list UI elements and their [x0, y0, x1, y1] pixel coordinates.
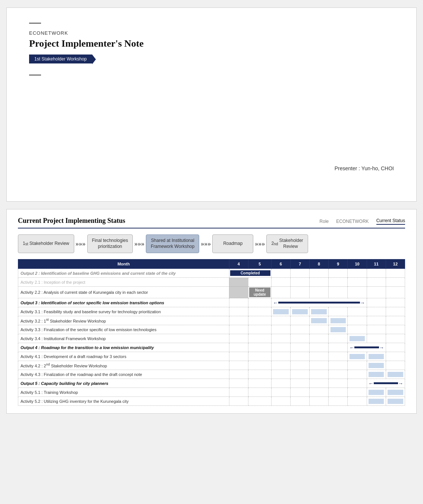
output-3-label: Output 3 : Identification of sector spec… [18, 298, 229, 307]
status-header-right: Role ECONETWORK Current Status [320, 218, 405, 225]
col-m5: 5 [248, 259, 271, 269]
col-m10: 10 [348, 259, 367, 269]
col-m9: 9 [329, 259, 348, 269]
col-m12: 12 [386, 259, 405, 269]
workflow-step-1: 1st Stakeholder Review [18, 234, 74, 253]
workshop-badge: 1st Stakeholder Workshop [29, 55, 92, 63]
table-row: Activity 5.1 : Training Workshop [18, 388, 405, 397]
title-section: ECONETWORK Project Implementer's Note 1s… [6, 7, 417, 202]
activity-4-2-label: Activity 4.2 : 2nd Stakeholder Review Wo… [18, 361, 229, 370]
gantt-table: Month 4 5 6 7 8 9 10 11 12 Output 2 : Id… [18, 259, 405, 406]
page-wrapper: ECONETWORK Project Implementer's Note 1s… [6, 0, 417, 421]
col-m11: 11 [367, 259, 386, 269]
org-label: ECONETWORK [336, 219, 369, 224]
output-5-arrow: ← → [367, 379, 405, 388]
table-row: Activity 3.3 : Finalization of the secto… [18, 325, 405, 334]
table-row: Output 2 : Identification of baseline GH… [18, 269, 405, 278]
role-label: Role [320, 219, 329, 224]
workflow-arrow-4: »»» [253, 240, 266, 248]
table-row: Activity 2.1 : Inception of the project [18, 278, 405, 287]
workflow: 1st Stakeholder Review »»» Final technol… [18, 234, 405, 253]
decorative-line-1 [29, 23, 41, 24]
col-m8: 8 [310, 259, 329, 269]
col-m7: 7 [290, 259, 309, 269]
status-section: Current Project Implementing Status Role… [6, 209, 417, 414]
workflow-arrow-1: »»» [74, 240, 87, 248]
table-row: Output 4 : Roadmap for the transition to… [18, 343, 405, 352]
table-row: Activity 5.2 : Utilizing GHG inventory f… [18, 397, 405, 406]
workflow-step-3: Shared at InstitutionalFramework Worksho… [146, 234, 199, 253]
table-row: Output 3 : Identification of sector spec… [18, 298, 405, 307]
need-update-cell: Need update [248, 287, 271, 298]
activity-2-2-label: Activity 2.2 : Analysis of current state… [18, 287, 229, 298]
table-row: Activity 3.4 : Institutional Framework W… [18, 334, 405, 343]
activity-3-3-label: Activity 3.3 : Finalization of the secto… [18, 325, 229, 334]
presenter-text: Presenter : Yun-ho, CHOI [335, 165, 394, 171]
status-title: Current Project Implementing Status [18, 217, 125, 225]
output-5-label: Output 5 : Capacity building for city pl… [18, 379, 229, 388]
activity-2-1-label: Activity 2.1 : Inception of the project [18, 278, 229, 287]
output-4-label: Output 4 : Roadmap for the transition to… [18, 343, 229, 352]
doc-title: Project Implementer's Note [29, 38, 394, 49]
table-row: Activity 4.1 : Development of a draft ro… [18, 352, 405, 361]
decorative-line-2 [29, 75, 41, 75]
activity-5-1-label: Activity 5.1 : Training Workshop [18, 388, 229, 397]
current-status-label: Current Status [376, 218, 405, 225]
activity-3-1-label: Activity 3.1 : Feasibility study and bas… [18, 307, 229, 316]
workflow-arrow-2: »»» [133, 240, 146, 248]
activity-4-1-label: Activity 4.1 : Development of a draft ro… [18, 352, 229, 361]
workflow-step-5: 2nd StakeholderReview [266, 234, 308, 253]
activity-3-4-label: Activity 3.4 : Institutional Framework W… [18, 334, 229, 343]
table-row: Activity 3.1 : Feasibility study and bas… [18, 307, 405, 316]
output-2-completed: Completed [229, 269, 271, 278]
table-row: Activity 2.2 : Analysis of current state… [18, 287, 405, 298]
workflow-step-4: Roadmap [212, 234, 253, 253]
table-row: Output 5 : Capacity building for city pl… [18, 379, 405, 388]
output-4-arrow: ← → [348, 343, 386, 352]
org-name: ECONETWORK [29, 30, 394, 36]
col-m4: 4 [229, 259, 248, 269]
activity-5-2-label: Activity 5.2 : Utilizing GHG inventory f… [18, 397, 229, 406]
activity-3-2-label: Activity 3.2 : 1st Stakeholder Review Wo… [18, 316, 229, 325]
activity-4-3-label: Activity 4.3 : Finalization of the roadm… [18, 370, 229, 379]
status-header: Current Project Implementing Status Role… [18, 217, 405, 228]
table-row: Activity 4.2 : 2nd Stakeholder Review Wo… [18, 361, 405, 370]
col-m6: 6 [271, 259, 290, 269]
table-row: Activity 4.3 : Finalization of the roadm… [18, 370, 405, 379]
month-header: Month [18, 259, 229, 269]
output-2-label: Output 2 : Identification of baseline GH… [18, 269, 229, 278]
output-3-arrow: ← → [271, 298, 367, 307]
workflow-step-2: Final technologiesprioritization [87, 234, 133, 253]
table-row: Activity 3.2 : 1st Stakeholder Review Wo… [18, 316, 405, 325]
workflow-arrow-3: »»» [199, 240, 212, 248]
